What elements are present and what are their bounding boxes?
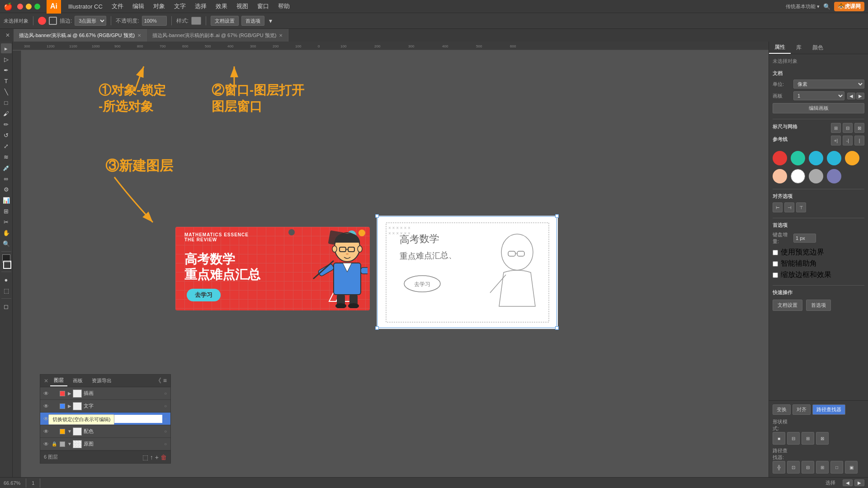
layer-2-visibility[interactable]: 👁	[42, 416, 50, 422]
preview-bounds-checkbox[interactable]	[773, 250, 778, 255]
tool-none[interactable]: ⬚	[1, 286, 12, 296]
delete-layer-btn[interactable]: 🗑	[160, 454, 167, 461]
close-dot[interactable]	[17, 4, 23, 9]
make-sub-layer-btn[interactable]: ⬚	[142, 454, 148, 461]
layer-0-visibility[interactable]: 👁	[42, 390, 50, 397]
handle-bl[interactable]	[375, 326, 379, 330]
tool-zoom[interactable]: 🔍	[1, 239, 12, 249]
fill-color[interactable]	[38, 17, 46, 25]
ruler-show-btn[interactable]: ⊞	[831, 123, 841, 133]
tool-paintbrush[interactable]: 🖌	[1, 108, 12, 118]
right-tab-color[interactable]: 颜色	[807, 42, 829, 53]
swatch-1[interactable]	[791, 151, 805, 165]
tab-0[interactable]: 描边风-banner演示稿.ai @ 66.67% (RGB/GPU 预览) ✕	[14, 29, 147, 42]
quick-doc-settings-btn[interactable]: 文档设置	[773, 300, 802, 311]
menu-window[interactable]: 窗口	[253, 1, 274, 12]
tab-1-close[interactable]: ✕	[279, 33, 283, 38]
layer-0-target[interactable]: ○	[162, 391, 169, 396]
swatch-8[interactable]	[827, 169, 841, 183]
tool-eyedrop[interactable]: 💉	[1, 163, 12, 173]
layer-row-3[interactable]: 👁 ▼ 配色 ○	[40, 425, 170, 438]
swatch-3[interactable]	[827, 151, 841, 165]
tool-direct-select[interactable]: ▷	[1, 54, 12, 64]
doc-settings-btn[interactable]: 文档设置	[211, 16, 239, 26]
align-center-btn[interactable]: ⊣	[784, 202, 794, 212]
layer-row-4[interactable]: 👁 🔒 ▼ 原图 ○	[40, 438, 170, 450]
layer-2-expand[interactable]: ▶	[66, 416, 73, 421]
align-left-btn[interactable]: ⊢	[773, 202, 783, 212]
workspace-selector[interactable]: 传统基本功能 ▾	[786, 3, 820, 10]
transform-tab[interactable]: 变换	[773, 404, 791, 415]
tab-add-btn[interactable]: ✕	[2, 32, 14, 38]
bb-right-btn[interactable]: ▶	[854, 479, 864, 486]
tool-pencil[interactable]: ✏	[1, 119, 12, 129]
align-tab[interactable]: 对齐	[793, 404, 811, 415]
artboard-prev[interactable]: ◀	[847, 93, 855, 99]
layer-3-target[interactable]: ○	[162, 429, 169, 434]
crop-btn[interactable]: ⊞	[816, 461, 829, 474]
panel-collapse-btn[interactable]: 《	[155, 377, 161, 385]
layer-4-expand[interactable]: ▼	[66, 441, 73, 446]
smart-guides-checkbox[interactable]	[773, 261, 778, 267]
handle-tl[interactable]	[375, 214, 379, 218]
guide-btn3[interactable]: |	[854, 136, 864, 145]
nudge-input[interactable]	[793, 234, 816, 243]
panel-collapse[interactable]: ✕	[44, 378, 48, 384]
handle-tr[interactable]	[555, 214, 559, 218]
menu-help[interactable]: 帮助	[274, 1, 294, 12]
apple-menu[interactable]: 🍎	[4, 2, 13, 11]
fullscreen-dot[interactable]	[34, 4, 40, 9]
swatch-6[interactable]	[791, 169, 805, 183]
tool-slice[interactable]: ✂	[1, 217, 12, 227]
divide-btn[interactable]: ╬	[773, 461, 785, 474]
layer-row-0[interactable]: 👁 ▶ 插画 ○	[40, 387, 170, 400]
tool-rect[interactable]: □	[1, 98, 12, 108]
toolbar-expand[interactable]: ▾	[269, 17, 272, 24]
search-btn[interactable]: 🔍	[823, 3, 830, 10]
layer-4-lock[interactable]: 🔒	[50, 441, 58, 446]
layer-4-target[interactable]: ○	[162, 441, 169, 446]
unite-btn[interactable]: ■	[773, 432, 785, 445]
stroke-color[interactable]	[49, 17, 57, 25]
panel-tab-artboards[interactable]: 画板	[69, 375, 86, 386]
right-tab-properties[interactable]: 属性	[769, 42, 791, 54]
tool-color-mode[interactable]: ●	[1, 275, 12, 285]
right-tab-library[interactable]: 库	[791, 42, 807, 53]
layer-3-expand[interactable]: ▼	[66, 429, 73, 434]
menu-edit[interactable]: 编辑	[128, 1, 149, 12]
layer-4-visibility[interactable]: 👁	[42, 441, 50, 447]
swatch-0[interactable]	[773, 151, 787, 165]
tool-type[interactable]: T	[1, 76, 12, 86]
tool-symbol[interactable]: ⚙	[1, 184, 12, 194]
swatch-5[interactable]	[773, 169, 787, 183]
grid-show-btn[interactable]: ⊟	[843, 123, 853, 133]
trim-btn[interactable]: ⊡	[787, 461, 800, 474]
opacity-input[interactable]	[142, 16, 167, 26]
quick-preferences-btn[interactable]: 首选项	[806, 300, 831, 311]
panel-tab-assets[interactable]: 资源导出	[88, 375, 115, 386]
exclude-btn[interactable]: ⊠	[816, 432, 829, 445]
tool-graph[interactable]: 📊	[1, 195, 12, 205]
edit-artboard-btn[interactable]: 编辑画板	[773, 103, 864, 113]
tool-select[interactable]: ▸	[1, 43, 12, 53]
layer-1-target[interactable]: ○	[162, 404, 169, 408]
align-right-btn[interactable]: ⊤	[796, 202, 806, 212]
menu-file[interactable]: 文件	[107, 1, 128, 12]
layer-2-name-input[interactable]	[84, 415, 162, 423]
artboard-next[interactable]: ▶	[856, 93, 864, 99]
panel-tab-layers[interactable]: 图层	[50, 375, 67, 386]
tab-0-close[interactable]: ✕	[137, 33, 141, 38]
layer-0-expand[interactable]: ▶	[66, 391, 73, 396]
minus-back-btn[interactable]: ▣	[845, 461, 858, 474]
layer-row-2[interactable]: 👁 ▶ ○	[40, 413, 170, 425]
layer-row-1[interactable]: 👁 ▶ 文字 ○	[40, 400, 170, 413]
menu-text[interactable]: 文字	[170, 1, 190, 12]
pathfinder-tab[interactable]: 路径查找器	[812, 404, 845, 415]
tool-rotate[interactable]: ↺	[1, 130, 12, 140]
minimize-dot[interactable]	[26, 4, 32, 9]
tool-pen[interactable]: ✒	[1, 65, 12, 75]
tool-blend[interactable]: ∞	[1, 174, 12, 183]
tool-screen-mode[interactable]: ◻	[1, 301, 12, 311]
canvas-area[interactable]: 300 1200 1100 1000 900 800 700 600 500 4…	[13, 42, 769, 477]
bb-left-btn[interactable]: ◀	[843, 479, 853, 486]
